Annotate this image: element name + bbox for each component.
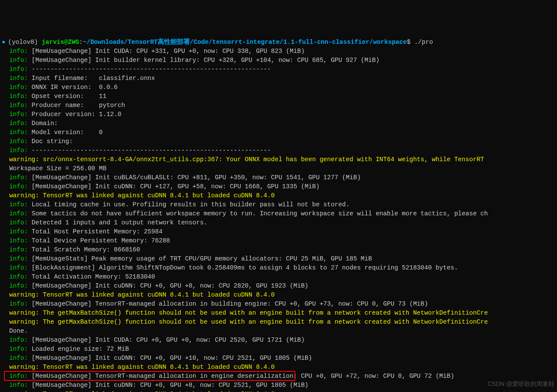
log-line: info: ----------------------------------… (2, 146, 557, 155)
log-text: TensorRT was linked against cuDNN 8.4.1 … (39, 192, 275, 199)
log-level: info: (9, 138, 28, 145)
log-level: info: (9, 219, 28, 226)
log-level: warning: (9, 156, 39, 163)
log-level: info: (9, 373, 28, 380)
log-text: Producer version: 1.12.0 (28, 111, 122, 118)
log-text: [BlockAssignment] Algorithm ShiftNTopDow… (28, 264, 458, 271)
log-text: Total Device Persistent Memory: 76288 (28, 237, 170, 244)
log-line: info: Loaded engine size: 72 MiB (2, 345, 557, 354)
log-level: warning: (9, 291, 39, 298)
log-text: ----------------------------------------… (28, 66, 271, 73)
log-level: info: (9, 66, 28, 73)
typed-command: ./pro (414, 39, 433, 46)
log-text: ONNX IR version: 0.0.6 (28, 84, 118, 91)
log-line: info: [MemUsageChange] Init cuBLAS/cuBLA… (2, 173, 557, 182)
log-line: warning: TensorRT was linked against cuD… (2, 390, 557, 392)
log-line: info: Total Host Persistent Memory: 2598… (2, 227, 557, 236)
log-text: Workspace Size = 256.00 MB (9, 165, 106, 172)
log-text: TensorRT was linked against cuDNN 8.4.1 … (39, 364, 275, 371)
log-line: info: Total Device Persistent Memory: 76… (2, 236, 557, 245)
log-line: info: [MemUsageChange] Init cuDNN: CPU +… (2, 182, 557, 191)
log-text: Some tactics do not have sufficient work… (28, 210, 488, 217)
log-level: info: (9, 183, 28, 190)
log-text: [MemUsageChange] Init CUDA: CPU +0, GPU … (28, 337, 305, 343)
log-text: [MemUsageChange] Init cuDNN: CPU +0, GPU… (28, 382, 309, 389)
log-level: info: (9, 201, 28, 208)
log-level: info: (9, 102, 28, 109)
log-line: info: Opset version: 11 (2, 92, 557, 101)
log-line: info: Producer version: 1.12.0 (2, 110, 557, 119)
log-level: warning: (9, 318, 39, 325)
log-line: info: [BlockAssignment] Algorithm ShiftN… (2, 263, 557, 273)
log-text: The getMaxBatchSize() function should no… (39, 318, 488, 325)
log-text: Done. (9, 328, 28, 334)
log-line: info: Some tactics do not have sufficien… (2, 209, 557, 218)
log-level: info: (9, 346, 28, 352)
log-level: info: (9, 282, 28, 289)
log-text: [MemUsageChange] Init CUDA: CPU +331, GP… (28, 48, 305, 55)
shell-prompt: ●(yolov8) jarvis@ZWG:~/Downloads/TensorR… (2, 38, 557, 47)
log-level: info: (9, 237, 28, 244)
log-line: info: [MemUsageChange] TensorRT-managed … (2, 372, 557, 381)
log-level: info: (9, 355, 28, 361)
log-line: info: Local timing cache in use. Profili… (2, 200, 557, 209)
log-level: info: (9, 48, 28, 55)
log-level: info: (9, 210, 28, 217)
log-text: Model version: 0 (28, 129, 103, 136)
log-line: info: Total Activation Memory: 52183040 (2, 273, 557, 282)
log-line: info: Domain: (2, 119, 557, 128)
log-level: info: (9, 273, 28, 280)
log-level: info: (9, 57, 28, 64)
log-level: warning: (9, 364, 39, 371)
log-line: warning: TensorRT was linked against cuD… (2, 191, 557, 200)
log-line: Done. (2, 327, 557, 336)
log-level: info: (9, 255, 28, 262)
log-text: Total Scratch Memory: 8668160 (28, 246, 140, 253)
log-line: info: Input filename: classifier.onnx (2, 74, 557, 83)
log-text: [MemUsageChange] Init cuDNN: CPU +127, G… (28, 183, 320, 190)
log-text: Total Activation Memory: 52183040 (28, 273, 155, 280)
log-level: info: (9, 147, 28, 154)
log-text: The getMaxBatchSize() function should no… (39, 309, 488, 316)
log-line: info: ONNX IR version: 0.0.6 (2, 83, 557, 92)
log-line: info: [MemUsageChange] Init cuDNN: CPU +… (2, 381, 557, 390)
log-line: info: Detected 1 inputs and 1 output net… (2, 218, 557, 227)
log-line: info: [MemUsageChange] Init builder kern… (2, 56, 557, 65)
log-text: Doc string: (28, 138, 99, 145)
log-level: info: (9, 174, 28, 181)
log-text: [MemUsageChange] Init builder kernel lib… (28, 57, 379, 64)
log-level: info: (9, 120, 28, 127)
log-line: info: [MemUsageChange] Init CUDA: CPU +3… (2, 47, 557, 56)
log-level: info: (9, 75, 28, 82)
log-level: info: (9, 93, 28, 100)
cwd-path: ~/Downloads/TensorRT高性能部署/Code/tensorrt-… (83, 39, 407, 46)
log-line: warning: TensorRT was linked against cuD… (2, 291, 557, 300)
log-text: Detected 1 inputs and 1 output network t… (28, 219, 208, 226)
log-text: Opset version: 11 (28, 93, 107, 100)
log-text: Loaded engine size: 72 MiB (28, 346, 129, 352)
log-text: Domain: (28, 120, 99, 127)
log-text: Local timing cache in use. Profiling res… (28, 201, 349, 208)
log-line: info: [MemUsageStats] Peak memory usage … (2, 254, 557, 263)
log-text: Producer name: pytorch (28, 102, 125, 109)
log-text: [MemUsageStats] Peak memory usage of TRT… (28, 255, 372, 262)
log-text: [MemUsageChange] TensorRT-managed alloca… (28, 373, 454, 380)
log-line: info: ----------------------------------… (2, 65, 557, 74)
log-line: info: Producer name: pytorch (2, 101, 557, 110)
log-level: info: (9, 84, 28, 91)
log-text: [MemUsageChange] Init cuBLAS/cuBLASLt: C… (28, 174, 361, 181)
log-line: info: Doc string: (2, 137, 557, 146)
log-text: Total Host Persistent Memory: 25984 (28, 228, 162, 235)
log-level: warning: (9, 192, 39, 199)
log-text: ----------------------------------------… (28, 147, 271, 154)
log-line: info: [MemUsageChange] Init cuDNN: CPU +… (2, 354, 557, 363)
log-level: info: (9, 382, 28, 389)
log-level: info: (9, 228, 28, 235)
log-text: src/onnx-tensorrt-8.4-GA/onnx2trt_utils.… (39, 156, 484, 163)
terminal-output[interactable]: ●(yolov8) jarvis@ZWG:~/Downloads/TensorR… (2, 38, 557, 392)
log-level: info: (9, 111, 28, 118)
log-line: warning: The getMaxBatchSize() function … (2, 318, 557, 327)
log-text: [MemUsageChange] Init cuDNN: CPU +0, GPU… (28, 282, 309, 289)
log-text: TensorRT was linked against cuDNN 8.4.1 … (39, 291, 275, 298)
log-line: info: [MemUsageChange] Init CUDA: CPU +0… (2, 336, 557, 345)
